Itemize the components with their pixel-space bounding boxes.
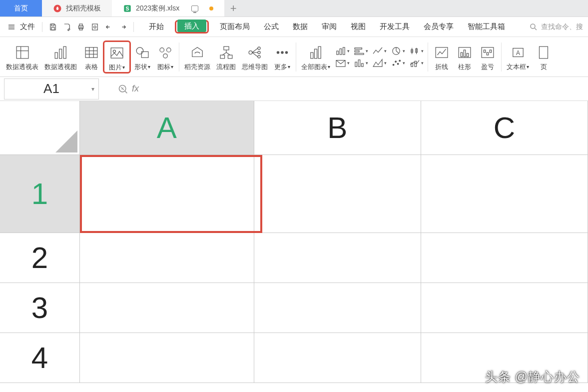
tab-file-label: 2023案例.xlsx — [136, 4, 179, 13]
cell-A3[interactable] — [80, 283, 254, 333]
menutab-insert[interactable]: 插入 — [177, 20, 206, 32]
tab-file[interactable]: S 2023案例.xlsx — [112, 0, 224, 16]
mini-combo-icon[interactable]: ▾ — [409, 58, 424, 68]
mini-column-icon[interactable]: ▾ — [354, 58, 368, 68]
ribbon-mindmap[interactable]: 思维导图 — [239, 37, 271, 76]
col-header-A[interactable]: A — [80, 101, 254, 155]
svg-rect-19 — [59, 49, 61, 58]
ribbon-allcharts[interactable]: 全部图表▾ — [298, 37, 333, 76]
svg-point-64 — [395, 60, 397, 62]
svg-rect-18 — [55, 52, 57, 58]
menutab-devtools[interactable]: 开发工具 — [379, 20, 411, 34]
svg-point-48 — [285, 51, 287, 53]
hamburger-icon[interactable] — [5, 20, 18, 34]
cell-A4[interactable] — [80, 333, 254, 383]
mini-scatter-icon[interactable]: ▾ — [391, 58, 405, 68]
select-all-corner[interactable] — [0, 101, 80, 155]
cell-C2[interactable] — [421, 233, 588, 283]
undo-icon[interactable] — [102, 20, 115, 34]
col-header-C[interactable]: C — [421, 101, 588, 155]
svg-point-41 — [258, 51, 260, 54]
name-box[interactable]: A1▾ — [4, 78, 99, 100]
ribbon-textbox[interactable]: A文本框▾ — [504, 37, 532, 76]
mini-area-icon[interactable]: ▾ — [372, 58, 387, 68]
svg-point-65 — [397, 63, 399, 64]
ribbon-icons[interactable]: 图标▾ — [154, 37, 177, 76]
svg-rect-6 — [51, 24, 54, 26]
ribbon-docer[interactable]: 稻壳资源 — [181, 37, 213, 76]
ribbon-insert: 数据透视表 数据透视图 表格 图片▾ 形状▾ 图标▾ 稻壳资源 流程图 思维导图… — [0, 37, 588, 77]
row-header-2[interactable]: 2 — [0, 233, 80, 283]
menutab-start[interactable]: 开始 — [148, 20, 165, 34]
svg-rect-34 — [220, 55, 225, 58]
ribbon-sparkline-column[interactable]: 柱形 — [453, 37, 476, 76]
corner-triangle-icon — [55, 130, 77, 152]
svg-rect-54 — [343, 47, 345, 54]
file-menu[interactable]: 文件 — [20, 22, 35, 32]
ribbon-shapes[interactable]: 形状▾ — [131, 37, 154, 76]
cell-A1[interactable] — [80, 155, 254, 233]
ribbon-sparkline-line[interactable]: 折线 — [430, 37, 453, 76]
cell-B2[interactable] — [254, 233, 421, 283]
ribbon-page[interactable]: 页 — [532, 37, 555, 76]
cell-C1[interactable] — [421, 155, 588, 233]
ribbon-more[interactable]: 更多▾ — [271, 37, 294, 76]
menutab-formula[interactable]: 公式 — [263, 20, 280, 34]
svg-rect-26 — [111, 48, 123, 58]
cancel-fx-icon[interactable] — [118, 84, 128, 94]
search-icon — [529, 22, 538, 32]
column-headers: A B C — [80, 101, 588, 155]
menutab-pagelayout[interactable]: 页面布局 — [219, 20, 251, 34]
redo-icon[interactable] — [116, 20, 129, 34]
print-icon[interactable] — [74, 20, 87, 34]
svg-rect-15 — [16, 46, 28, 58]
command-search[interactable]: 查找命令、搜 — [529, 22, 583, 32]
svg-rect-49 — [311, 52, 313, 58]
cell-B1[interactable] — [254, 155, 421, 233]
mini-hbar-icon[interactable]: ▾ — [354, 46, 368, 56]
ribbon-pivot-table[interactable]: 数据透视表 — [3, 37, 41, 76]
menutab-review[interactable]: 审阅 — [321, 20, 338, 34]
row-header-4[interactable]: 4 — [0, 333, 80, 383]
save-icon[interactable] — [46, 20, 59, 34]
tab-home[interactable]: 首页 — [0, 0, 42, 16]
mini-stock-icon[interactable]: ▾ — [409, 46, 424, 56]
svg-point-28 — [136, 47, 143, 54]
cell-A2[interactable] — [80, 233, 254, 283]
svg-point-47 — [281, 51, 283, 53]
picture-highlight-box: 图片▾ — [103, 40, 131, 74]
save-as-icon[interactable] — [60, 20, 73, 34]
menutab-member[interactable]: 会员专享 — [423, 20, 455, 34]
tab-templates[interactable]: 找稻壳模板 — [42, 0, 112, 16]
ribbon-pivot-chart[interactable]: 数据透视图 — [41, 37, 80, 76]
row-header-1[interactable]: 1 — [0, 155, 80, 233]
menutab-smarttools[interactable]: 智能工具箱 — [467, 20, 506, 34]
ribbon-flowchart[interactable]: 流程图 — [213, 37, 239, 76]
mini-line-icon[interactable]: ▾ — [372, 46, 387, 56]
mini-bar-icon[interactable]: ▾ — [335, 46, 350, 56]
svg-rect-61 — [362, 63, 364, 66]
menutab-view[interactable]: 视图 — [350, 20, 367, 34]
ribbon-sparkline-winloss[interactable]: 盈亏 — [476, 37, 499, 76]
ribbon-chart-minis-4: ▾ ▾ — [389, 37, 407, 76]
ribbon-table[interactable]: 表格 — [80, 37, 103, 76]
mini-pie-icon[interactable]: ▾ — [391, 46, 405, 56]
svg-rect-7 — [51, 27, 54, 30]
cell-B4[interactable] — [254, 333, 421, 383]
svg-text:A: A — [516, 50, 520, 56]
new-tab-button[interactable]: + — [224, 0, 242, 16]
menutab-data[interactable]: 数据 — [292, 20, 309, 34]
col-header-B[interactable]: B — [254, 101, 421, 155]
ribbon-picture[interactable]: 图片▾ — [105, 43, 128, 72]
row-header-3[interactable]: 3 — [0, 283, 80, 333]
svg-rect-10 — [79, 28, 82, 30]
fx-icon[interactable]: fx — [132, 84, 139, 94]
mini-envelope-icon[interactable]: ▾ — [335, 58, 350, 68]
ribbon-chart-minis-2: ▾ ▾ — [352, 37, 370, 76]
cell-C3[interactable] — [421, 283, 588, 333]
svg-rect-74 — [459, 47, 471, 57]
preview-icon[interactable] — [88, 20, 101, 34]
svg-rect-35 — [228, 55, 232, 58]
cell-B3[interactable] — [254, 283, 421, 333]
svg-rect-20 — [63, 46, 66, 58]
